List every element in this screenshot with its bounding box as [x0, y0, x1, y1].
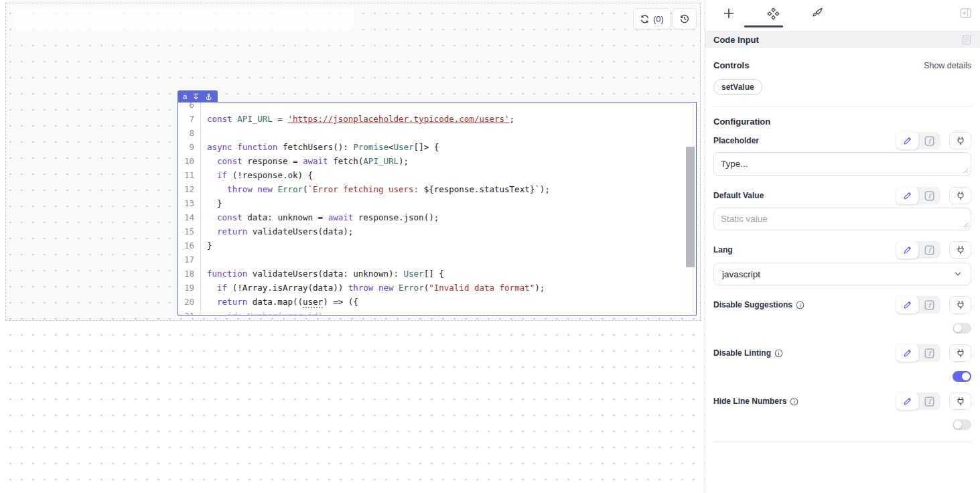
function-icon: f [924, 136, 934, 146]
line-number: 17 [178, 253, 201, 267]
plug-icon [956, 245, 965, 255]
plug-icon [956, 191, 965, 200]
placeholder-input[interactable]: Type... [713, 152, 971, 176]
plug-icon [956, 348, 965, 358]
arrow-down-to-line-icon[interactable] [192, 93, 200, 100]
brush-icon [811, 7, 824, 20]
prop-lang: Lang f javascript [713, 241, 971, 285]
code-line: 9async function fetchUsers(): Promise<Us… [178, 140, 696, 154]
anchor-icon[interactable] [205, 93, 212, 100]
tab-style-properties[interactable] [808, 7, 827, 20]
line-number: 9 [178, 140, 201, 154]
line-number: 16 [178, 238, 201, 253]
js-expression-button[interactable]: f [918, 344, 940, 362]
svg-text:f: f [928, 137, 932, 144]
bind-data-button[interactable] [949, 241, 971, 259]
active-tab-underline [744, 25, 783, 27]
bind-data-button[interactable] [949, 393, 971, 410]
code-line: 11 if (!response.ok) { [178, 168, 696, 182]
bind-data-button[interactable] [949, 296, 971, 313]
js-expression-button[interactable]: f [918, 187, 940, 204]
edit-mode-button[interactable] [896, 296, 918, 313]
js-expression-button[interactable]: f [918, 241, 940, 259]
control-chip-setvalue[interactable]: setValue [713, 79, 762, 95]
editor-canvas[interactable]: (0) a 67const API_URL = 'https://jsonpla… [0, 0, 705, 493]
code-line: 10 const response = await fetch(API_URL)… [178, 154, 696, 168]
disable-suggestions-toggle[interactable] [953, 323, 971, 334]
show-details-link[interactable]: Show details [924, 61, 971, 70]
controls-heading: Controls [713, 60, 749, 70]
edit-mode-button[interactable] [896, 393, 918, 410]
code-line: 17 [178, 253, 696, 267]
svg-text:f: f [928, 301, 932, 308]
plug-icon [956, 136, 965, 145]
prop-disable-suggestions: Disable Suggestions f [713, 296, 971, 334]
prop-actions-disable-suggestions: f [896, 296, 971, 313]
bind-data-button[interactable] [949, 344, 971, 362]
edit-mode-button[interactable] [896, 132, 918, 149]
svg-text:f: f [928, 397, 932, 405]
plus-icon [723, 7, 735, 19]
svg-text:f: f [928, 349, 932, 356]
code-line: 20 return data.map((user) => ({ [178, 295, 696, 309]
editor-scrollbar[interactable] [686, 147, 695, 267]
prop-actions-default-value: f [896, 187, 971, 204]
tab-add-widget[interactable] [719, 7, 738, 19]
line-number: 6 [178, 102, 201, 112]
code-line: 15 return validateUsers(data); [178, 224, 696, 238]
tab-content-properties[interactable] [764, 7, 782, 21]
js-expression-button[interactable]: f [918, 296, 940, 313]
lang-select[interactable]: javascript [713, 263, 971, 285]
line-number: 13 [178, 196, 201, 210]
disable-linting-toggle[interactable] [953, 371, 971, 382]
info-icon[interactable] [796, 301, 804, 309]
code-lines: 67const API_URL = 'https://jsonplacehold… [178, 102, 696, 315]
bind-data-button[interactable] [949, 187, 971, 204]
code-input-widget[interactable]: a 67const API_URL = 'https://jsonplaceho… [178, 102, 697, 315]
function-icon: f [924, 245, 934, 255]
empty-widget-placeholder [14, 9, 354, 31]
resize-handle-icon[interactable] [963, 168, 969, 173]
history-button[interactable] [673, 8, 697, 29]
hide-line-numbers-toggle[interactable] [953, 419, 971, 430]
code-editor[interactable]: 67const API_URL = 'https://jsonplacehold… [178, 102, 696, 315]
line-number: 12 [178, 182, 201, 196]
section-divider [713, 107, 971, 107]
bind-data-button[interactable] [949, 132, 971, 149]
line-number: 10 [178, 154, 201, 168]
pencil-icon [903, 348, 912, 358]
panel-tabs [705, 0, 980, 27]
code-line: 21 id: Number(user.id), [178, 309, 696, 315]
edit-mode-button[interactable] [896, 241, 918, 259]
line-number: 21 [178, 309, 201, 315]
document-icon[interactable] [962, 35, 971, 45]
chevron-down-icon [953, 269, 963, 279]
history-icon [679, 13, 690, 24]
pencil-icon [903, 136, 912, 145]
js-expression-button[interactable]: f [918, 393, 940, 410]
prop-disable-linting: Disable Linting f [713, 344, 971, 382]
edit-mode-button[interactable] [896, 187, 918, 204]
resize-handle-icon[interactable] [963, 222, 969, 228]
widget-toolbar[interactable]: a [178, 90, 218, 102]
line-number: 14 [178, 210, 201, 224]
pencil-icon [903, 300, 912, 309]
code-line: 8 [178, 126, 696, 140]
line-number: 20 [178, 295, 201, 309]
panel-collapse-icon [960, 8, 971, 18]
svg-text:f: f [928, 246, 932, 253]
canvas-action-bar: (0) [633, 8, 697, 29]
refresh-button[interactable]: (0) [633, 8, 671, 29]
components-icon [766, 7, 780, 21]
prop-actions-disable-linting: f [896, 344, 971, 362]
info-icon[interactable] [774, 349, 783, 358]
info-icon[interactable] [790, 397, 798, 406]
line-number: 18 [178, 267, 201, 281]
default-value-input[interactable]: Static value [713, 208, 971, 230]
section-divider-bottom [713, 441, 971, 442]
line-number: 15 [178, 224, 201, 238]
js-expression-button[interactable]: f [918, 132, 940, 149]
prop-placeholder: Placeholder f Type... [713, 132, 971, 176]
edit-mode-button[interactable] [896, 344, 918, 362]
panel-collapse-button[interactable] [960, 8, 971, 21]
